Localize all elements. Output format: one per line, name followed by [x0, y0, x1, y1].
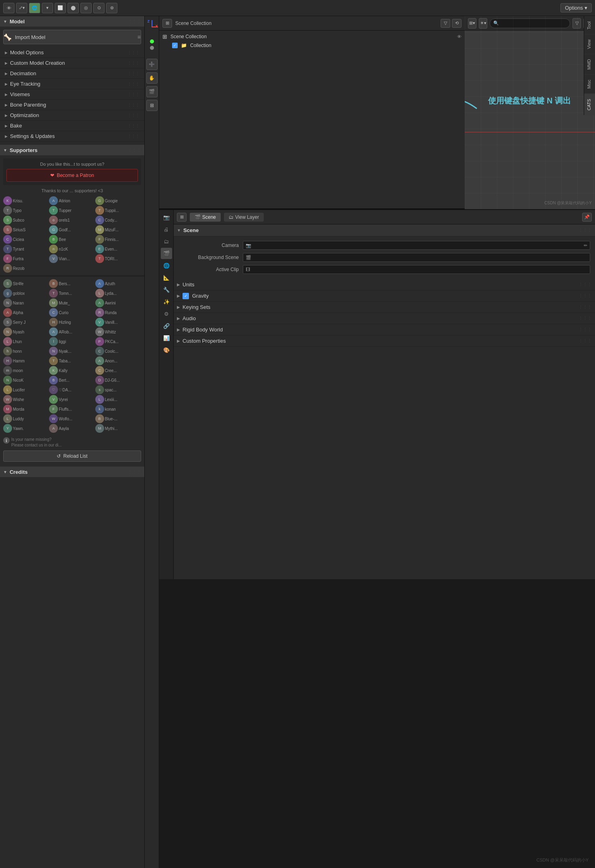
active-clip-row: Active Clip 🎞 [177, 264, 592, 275]
scene-tab-label: Scene [202, 214, 216, 220]
properties-content: ⊞ 🎬 Scene 🗂 View Layer 📌 ▼ [174, 210, 595, 579]
active-clip-value[interactable]: 🎞 [243, 265, 590, 274]
grid-tool-btn[interactable]: ⊞ [146, 100, 158, 111]
list-item: CCurio [49, 308, 94, 317]
menu-item-bone-parenting[interactable]: ▶ Bone Parenting ⋮⋮⋮ [0, 100, 144, 110]
avatar: C [49, 308, 58, 317]
menu-item-custom-model[interactable]: ▶ Custom Model Creation ⋮⋮⋮ [0, 58, 144, 68]
list-item: BBee [49, 235, 94, 244]
gravity-row[interactable]: ▶ ✓ Gravity ⋮⋮⋮ [174, 290, 595, 302]
rendered-btn[interactable]: ⊚ [106, 3, 117, 13]
menu-item-decimation[interactable]: ▶ Decimation ⋮⋮⋮ [0, 68, 144, 79]
filter-icon-btn[interactable]: ▽ [572, 18, 581, 29]
props-scene-icon[interactable]: 🎬 [161, 248, 172, 259]
scene-section-title: Scene [183, 227, 199, 233]
outline-mode-btn[interactable]: ⊞ [162, 19, 172, 28]
viewport-shading-btn[interactable]: 🌐 [29, 3, 40, 13]
props-particles-icon[interactable]: ✨ [161, 296, 172, 307]
shading-dropdown[interactable]: ▾ [42, 3, 53, 13]
model-options-dots: ⋮⋮⋮ [127, 50, 140, 55]
avatar: N [3, 376, 12, 385]
model-section-header[interactable]: ▼ Model ⋮⋮⋮ [0, 16, 144, 27]
vp-shading-btn[interactable]: ☀▾ [479, 18, 487, 29]
camera-tool-btn[interactable]: 🎬 [146, 86, 158, 97]
camera-value[interactable]: 📷 ✏ [243, 241, 590, 250]
vp-mode-btn[interactable]: ⊞▾ [468, 18, 476, 29]
props-mode-btn[interactable]: ⊞ [177, 213, 187, 222]
gravity-checkbox[interactable]: ✓ [183, 293, 189, 299]
list-item: GGoogie [95, 196, 140, 205]
optimization-label: Optimization [10, 112, 39, 118]
audio-row[interactable]: ▶ Audio ⋮⋮⋮ [174, 313, 595, 324]
tab-scene[interactable]: 🎬 Scene [190, 213, 221, 222]
props-constraints-icon[interactable]: 🔗 [161, 320, 172, 331]
props-pin-btn[interactable]: 📌 [582, 213, 592, 222]
collection-checkbox[interactable]: ✓ [172, 43, 178, 48]
matcap-btn[interactable]: ⊙ [93, 3, 105, 13]
list-item [49, 264, 94, 273]
scene-collection-icon: ⊞ [162, 33, 167, 40]
props-modifiers-icon[interactable]: 🔧 [161, 284, 172, 295]
custom-props-label: Custom Properties [183, 338, 226, 344]
camera-eyedropper[interactable]: ✏ [584, 243, 587, 248]
wire-btn[interactable]: ◎ [80, 3, 92, 13]
overlays-btn[interactable]: ⬜ [55, 3, 66, 13]
filter-btn[interactable]: ▽ [441, 19, 450, 28]
list-item: LLucifer [3, 385, 48, 394]
keying-sets-row[interactable]: ▶ Keying Sets ⋮⋮⋮ [174, 302, 595, 313]
menu-item-bake[interactable]: ▶ Bake ⋮⋮⋮ [0, 121, 144, 131]
grab-tool-btn[interactable]: ✋ [146, 72, 158, 84]
reload-list-button[interactable]: ↺ Reload List [3, 450, 141, 462]
pin-icon[interactable]: 📌 [582, 213, 592, 222]
list-item: CCree... [95, 366, 140, 375]
custom-properties-row[interactable]: ▶ Custom Properties ⋮⋮⋮ [174, 335, 595, 347]
rigid-body-row[interactable]: ▶ Rigid Body World ⋮⋮⋮ [174, 324, 595, 335]
scene-eye-icon[interactable]: 👁 [457, 34, 462, 39]
props-material-icon[interactable]: 🎨 [161, 344, 172, 356]
mode-dropdown[interactable]: ⤢▾ [16, 3, 27, 13]
props-render-icon[interactable]: 📷 [161, 212, 172, 223]
background-scene-value[interactable]: 🎬 [243, 253, 590, 262]
outline-toolbar: ⊞ Scene Collection ▽ ⟲ [159, 16, 465, 31]
props-physics-icon[interactable]: ⚙ [161, 308, 172, 319]
add-tool-btn[interactable]: ➕ [146, 59, 158, 70]
list-item: TTypo [3, 206, 48, 215]
menu-item-eye-tracking[interactable]: ▶ Eye Tracking ⋮⋮⋮ [0, 79, 144, 89]
props-view-layer-icon[interactable]: 🗂 [161, 236, 172, 247]
search-box[interactable]: 🔍 [490, 19, 570, 28]
props-output-icon[interactable]: 🖨 [161, 224, 172, 235]
props-object-icon[interactable]: 📐 [161, 272, 172, 283]
scene-section-header[interactable]: ▼ Scene ⋮⋮⋮ [174, 224, 595, 237]
avatar: V [95, 318, 104, 327]
props-data-icon[interactable]: 📊 [161, 332, 172, 343]
tab-view[interactable]: View [584, 34, 595, 54]
tab-cats[interactable]: CATS [584, 94, 595, 115]
optimization-dots: ⋮⋮⋮ [127, 113, 140, 117]
avatar: A [95, 298, 104, 307]
menu-item-model-options[interactable]: ▶ Model Options ⋮⋮⋮ [0, 47, 144, 58]
tab-mmd[interactable]: MMD [584, 54, 595, 74]
tab-tool[interactable]: Tool [584, 16, 595, 34]
sync-btn[interactable]: ⟲ [452, 19, 462, 28]
import-model-button[interactable]: 🦴 Import Model ≡ [3, 30, 141, 44]
view-layer-tab-icon: 🗂 [229, 214, 234, 220]
eye-mode-btn[interactable]: 👁 [3, 3, 14, 13]
sphere-btn[interactable]: ⬤ [68, 3, 79, 13]
menu-item-optimization[interactable]: ▶ Optimization ⋮⋮⋮ [0, 110, 144, 121]
keying-sets-dots: ⋮⋮⋮ [579, 304, 592, 310]
menu-item-visemes[interactable]: ▶ Visemes ⋮⋮⋮ [0, 89, 144, 100]
avatar: L [3, 385, 12, 394]
options-button[interactable]: Options ▾ [560, 3, 592, 12]
eye-tracking-dots: ⋮⋮⋮ [127, 82, 140, 86]
tab-view-layer[interactable]: 🗂 View Layer [224, 213, 264, 222]
credits-section-header[interactable]: ▼ Credits ⋮⋮⋮ [0, 467, 144, 477]
z-axis [152, 20, 152, 27]
props-world-icon[interactable]: 🌐 [161, 260, 172, 271]
avatar: T [95, 206, 104, 215]
tab-misc[interactable]: Misc [584, 74, 595, 94]
units-row[interactable]: ▶ Units ⋮⋮⋮ [174, 279, 595, 290]
arrow-svg [465, 88, 485, 113]
patron-button[interactable]: ❤ Become a Patron [6, 169, 138, 182]
menu-item-settings-updates[interactable]: ▶ Settings & Updates ⋮⋮⋮ [0, 131, 144, 142]
supporters-section-header[interactable]: ▼ Supporters ⋮⋮⋮ [0, 145, 144, 155]
